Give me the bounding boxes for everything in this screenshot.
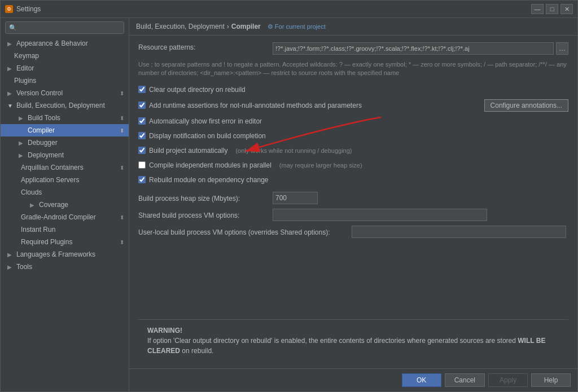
help-button[interactable]: Help xyxy=(531,373,571,387)
display-notification-checkbox[interactable] xyxy=(138,132,146,139)
sidebar-item-editor[interactable]: ▶ Editor xyxy=(1,62,129,74)
arrow-icon: ▶ xyxy=(7,41,14,47)
compile-parallel-checkbox[interactable] xyxy=(138,161,146,169)
show-first-error-row: Automatically show first error in editor xyxy=(138,116,568,126)
resource-input-row: … xyxy=(273,42,568,55)
breadcrumb-separator: › xyxy=(227,23,229,30)
sidebar-item-label: Version Control xyxy=(16,89,63,97)
sidebar-item-arquillian[interactable]: Arquillian Containers ⬍ xyxy=(1,161,129,174)
title-bar: ⚙ Settings — □ ✕ xyxy=(1,1,577,18)
sync-icon: ⬍ xyxy=(120,165,124,171)
sidebar-item-label: Build, Execution, Deployment xyxy=(16,102,105,109)
sidebar-item-clouds[interactable]: Clouds xyxy=(1,186,129,199)
right-panel: Build, Execution, Deployment › Compiler … xyxy=(129,18,577,391)
sidebar-item-label: Instant Run xyxy=(21,226,55,234)
compile-parallel-label[interactable]: Compile independent modules in parallel xyxy=(149,161,272,169)
sidebar-item-debugger[interactable]: ▶ Debugger xyxy=(1,136,129,149)
for-project-label: ⚙ For current project xyxy=(268,23,326,30)
sidebar-item-label: Coverage xyxy=(39,201,68,209)
sidebar-item-required-plugins[interactable]: Required Plugins ⬍ xyxy=(1,236,129,248)
spacer xyxy=(138,243,568,315)
rebuild-module-label[interactable]: Rebuild module on dependency change xyxy=(149,176,269,184)
resource-patterns-label: Resource patterns: xyxy=(138,42,268,51)
ok-button[interactable]: OK xyxy=(402,373,441,387)
sidebar-item-label: Gradle-Android Compiler xyxy=(21,213,96,221)
add-runtime-checkbox-row: Add runtime assertions for not-null-anno… xyxy=(138,100,480,111)
sidebar-item-label: Compiler xyxy=(28,126,55,134)
arrow-icon: ▶ xyxy=(7,65,14,72)
display-notification-label[interactable]: Display notification on build completion xyxy=(149,132,266,140)
sidebar: 🔍 ▶ Appearance & Behavior Keymap ▶ Edito… xyxy=(1,18,129,391)
resource-browse-button[interactable]: … xyxy=(556,42,568,55)
cancel-button[interactable]: Cancel xyxy=(445,373,485,387)
sidebar-item-instant-run[interactable]: Instant Run xyxy=(1,223,129,236)
sidebar-item-gradle-android[interactable]: Gradle-Android Compiler ⬍ xyxy=(1,211,129,223)
search-box[interactable]: 🔍 xyxy=(5,21,124,34)
shared-vm-input[interactable] xyxy=(273,209,487,221)
settings-window: ⚙ Settings — □ ✕ 🔍 ▶ Appearance & Behavi… xyxy=(0,0,578,392)
minimize-button[interactable]: — xyxy=(531,4,544,14)
add-runtime-label[interactable]: Add runtime assertions for not-null-anno… xyxy=(149,102,362,109)
arrow-icon: ▶ xyxy=(19,152,25,158)
add-runtime-row: Add runtime assertions for not-null-anno… xyxy=(138,99,568,112)
app-icon: ⚙ xyxy=(5,5,13,13)
rebuild-module-checkbox[interactable] xyxy=(138,176,146,183)
build-auto-checkbox[interactable] xyxy=(138,147,146,154)
sidebar-item-label: Build Tools xyxy=(28,114,60,122)
arrow-icon: ▼ xyxy=(7,103,14,109)
panel-header: Build, Execution, Deployment › Compiler … xyxy=(129,18,577,36)
build-auto-label[interactable]: Build project automatically xyxy=(149,147,227,155)
main-content: 🔍 ▶ Appearance & Behavior Keymap ▶ Edito… xyxy=(1,18,577,391)
title-bar-buttons: — □ ✕ xyxy=(531,4,573,14)
sidebar-item-plugins[interactable]: Plugins xyxy=(1,74,129,87)
build-auto-row: Build project automatically (only works … xyxy=(138,146,568,156)
configure-annotations-button[interactable]: Configure annotations... xyxy=(484,99,568,112)
sidebar-item-label: Deployment xyxy=(28,151,64,159)
resource-patterns-input[interactable] xyxy=(273,42,554,55)
sidebar-item-build-exec[interactable]: ▼ Build, Execution, Deployment xyxy=(1,99,129,112)
clear-output-row: Clear output directory on rebuild xyxy=(138,85,568,95)
show-first-error-checkbox[interactable] xyxy=(138,117,146,125)
title-bar-left: ⚙ Settings xyxy=(5,5,41,13)
sidebar-item-label: Arquillian Containers xyxy=(21,164,84,171)
clear-output-checkbox[interactable] xyxy=(138,86,146,93)
arrow-icon: ▶ xyxy=(19,140,25,146)
rebuild-module-row: Rebuild module on dependency change xyxy=(138,175,568,185)
heap-size-row: Build process heap size (Mbytes): xyxy=(138,192,568,204)
sidebar-item-version-control[interactable]: ▶ Version Control ⬍ xyxy=(1,87,129,99)
panel-body: Resource patterns: … Use ; to separate p… xyxy=(129,36,577,368)
add-runtime-checkbox[interactable] xyxy=(138,102,146,109)
user-local-vm-label: User-local build process VM options (ove… xyxy=(138,227,347,236)
apply-button[interactable]: Apply xyxy=(488,373,528,387)
sidebar-item-appearance[interactable]: ▶ Appearance & Behavior xyxy=(1,37,129,50)
search-input[interactable] xyxy=(19,24,120,32)
warning-title: WARNING! xyxy=(147,325,559,336)
sidebar-item-keymap[interactable]: Keymap xyxy=(1,50,129,62)
clear-output-label[interactable]: Clear output directory on rebuild xyxy=(149,86,246,94)
sidebar-item-coverage[interactable]: ▶ Coverage xyxy=(1,199,129,211)
sync-icon: ⬍ xyxy=(120,90,124,96)
compile-parallel-note: (may require larger heap size) xyxy=(279,162,362,169)
sidebar-item-app-servers[interactable]: Application Servers xyxy=(1,174,129,186)
sidebar-item-build-tools[interactable]: ▶ Build Tools ⬍ xyxy=(1,112,129,124)
user-local-vm-row: User-local build process VM options (ove… xyxy=(138,226,568,238)
user-local-vm-input[interactable] xyxy=(352,226,566,238)
sidebar-item-label: Plugins xyxy=(14,77,36,85)
heap-size-input[interactable] xyxy=(273,192,318,204)
close-button[interactable]: ✕ xyxy=(561,4,573,14)
show-first-error-label[interactable]: Automatically show first error in editor xyxy=(149,117,262,125)
sidebar-item-label: Keymap xyxy=(14,52,39,60)
sidebar-item-tools[interactable]: ▶ Tools xyxy=(1,261,129,273)
arrow-icon: ▶ xyxy=(30,202,37,208)
warning-bold-text: WILL BE CLEARED xyxy=(147,337,545,355)
sidebar-item-languages[interactable]: ▶ Languages & Frameworks xyxy=(1,248,129,261)
sidebar-item-label: Required Plugins xyxy=(21,238,72,246)
sidebar-item-compiler[interactable]: Compiler ⬍ xyxy=(1,124,129,136)
sync-icon: ⬍ xyxy=(120,115,124,121)
build-auto-note: (only works while not running / debuggin… xyxy=(235,147,352,154)
shared-vm-label: Shared build process VM options: xyxy=(138,210,268,219)
maximize-button[interactable]: □ xyxy=(546,4,558,14)
sidebar-item-label: Appearance & Behavior xyxy=(16,39,88,47)
sidebar-item-deployment[interactable]: ▶ Deployment xyxy=(1,149,129,161)
breadcrumb: Build, Execution, Deployment › Compiler … xyxy=(136,23,571,30)
